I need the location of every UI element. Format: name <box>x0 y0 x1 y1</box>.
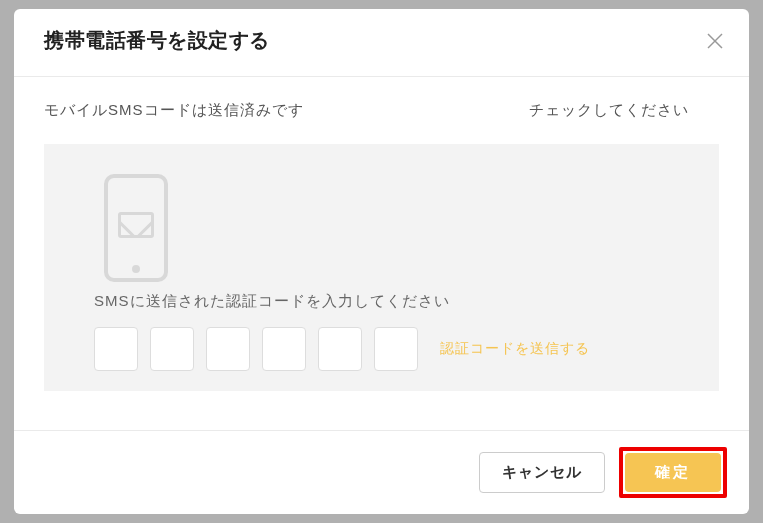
code-digit-4[interactable] <box>262 327 306 371</box>
phone-sms-icon <box>104 174 168 282</box>
code-instruction: SMSに送信された認証コードを入力してください <box>94 292 669 311</box>
confirm-highlight-box: 確定 <box>619 447 727 498</box>
status-check-text: チェックしてください <box>529 101 719 120</box>
cancel-button[interactable]: キャンセル <box>479 452 605 493</box>
status-sent-text: モバイルSMSコードは送信済みです <box>44 101 304 120</box>
code-digit-1[interactable] <box>94 327 138 371</box>
modal-footer: キャンセル 確定 <box>14 430 749 514</box>
code-digit-5[interactable] <box>318 327 362 371</box>
code-digit-2[interactable] <box>150 327 194 371</box>
code-digit-3[interactable] <box>206 327 250 371</box>
envelope-icon <box>118 212 154 238</box>
phone-verify-modal: 携帯電話番号を設定する モバイルSMSコードは送信済みです チェックしてください… <box>14 9 749 514</box>
resend-code-link[interactable]: 認証コードを送信する <box>440 340 590 358</box>
modal-title: 携帯電話番号を設定する <box>44 27 270 54</box>
modal-body: モバイルSMSコードは送信済みです チェックしてください SMSに送信された認証… <box>14 77 749 430</box>
code-input-row: 認証コードを送信する <box>94 327 669 371</box>
verification-panel: SMSに送信された認証コードを入力してください 認証コードを送信する <box>44 144 719 391</box>
modal-header: 携帯電話番号を設定する <box>14 9 749 76</box>
code-digit-6[interactable] <box>374 327 418 371</box>
close-icon[interactable] <box>705 31 725 51</box>
status-row: モバイルSMSコードは送信済みです チェックしてください <box>44 101 719 120</box>
confirm-button[interactable]: 確定 <box>625 453 721 492</box>
